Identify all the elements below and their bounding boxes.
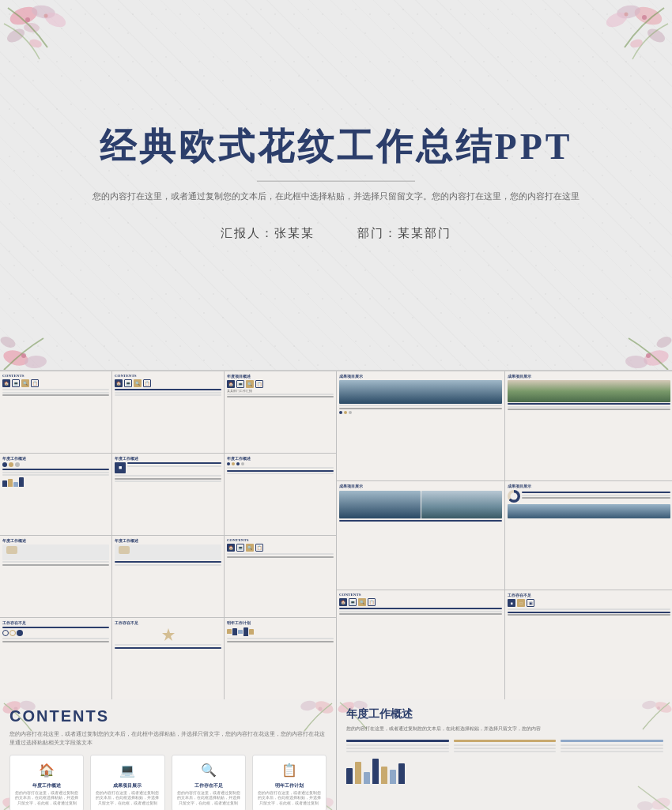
svg-point-7 xyxy=(44,14,48,18)
svg-point-17 xyxy=(0,334,17,349)
bottom-left-slide: CONTENTS 您的内容打在花这里，或者通过复制您的文本后，在此框中选择粘贴，… xyxy=(0,699,336,810)
thumb-2[interactable]: CONTENTS 🏠 💻 🔍 📋 xyxy=(112,371,224,453)
svg-point-10 xyxy=(645,26,667,45)
content-block-1 xyxy=(346,740,449,754)
bottom-right-content xyxy=(346,740,663,754)
title-slide: 经典欧式花纹工作总结PPT 您的内容打在这里，或者通过复制您的文本后，在此框中选… xyxy=(0,0,672,371)
svg-point-22 xyxy=(646,353,651,358)
floral-bottom-left xyxy=(0,307,79,370)
svg-point-6 xyxy=(25,17,30,22)
card-text-3: 您的内容打在这里，或者通过复制您的文本后，在此框选择粘贴，并选择只留文字，在此框… xyxy=(176,791,242,806)
svg-point-13 xyxy=(642,15,647,20)
svg-point-40 xyxy=(637,801,653,810)
svg-point-18 xyxy=(21,353,26,358)
reporter-line: 汇报人：张某某 部门：某某部门 xyxy=(67,225,605,240)
bar-chart xyxy=(346,759,663,784)
clipboard-icon: 📋 xyxy=(280,760,299,779)
bottom-right-body: 您的内容打在这里，或者通过复制您的文本后，在此框选择粘贴，并选择只留文字，您的内… xyxy=(346,725,663,733)
title-content: 经典欧式花纹工作总结PPT 您的内容打在这里，或者通过复制您的文本后，在此框中选… xyxy=(67,125,605,241)
thumb-4[interactable]: 年度工作概述 xyxy=(0,454,111,535)
thumb-r2[interactable]: 成果项目展示 xyxy=(505,371,672,480)
bottom-right-slide: 年度工作概述 您的内容打在这里，或者通过复制您的文本后，在此框选择粘贴，并选择只… xyxy=(337,699,672,810)
home-icon: 🏠 xyxy=(37,760,56,779)
bottom-right-title: 年度工作概述 xyxy=(346,707,663,721)
laptop-icon: 💻 xyxy=(118,760,137,779)
card-title-2: 成果项目展示 xyxy=(113,782,142,789)
thumb-5[interactable]: 年度工作概述 ■ xyxy=(112,454,224,535)
svg-point-5 xyxy=(28,38,43,49)
thumb-r3[interactable]: 成果项目展示 xyxy=(337,481,504,590)
thumb-8[interactable]: 年度工作概述 xyxy=(112,536,224,617)
thumb-r5[interactable]: CONTENTS 🏠 💻 🔍 📋 xyxy=(337,590,504,699)
page-wrapper: 经典欧式花纹工作总结PPT 您的内容打在这里，或者通过复制您的文本后，在此框中选… xyxy=(0,0,672,810)
svg-point-2 xyxy=(5,26,27,45)
icon-card-1[interactable]: 🏠 年度工作概述 您的内容打在这里，或者通过复制您的文本后，在此框选择粘贴，并选… xyxy=(9,755,84,810)
thumb-12[interactable]: 明年工作计划 xyxy=(225,618,336,699)
card-title-4: 明年工作计划 xyxy=(275,782,304,789)
reporter-name: 汇报人：张某某 xyxy=(221,226,315,239)
thumb-6[interactable]: 年度工作概述 xyxy=(225,454,336,535)
floral-top-right xyxy=(577,0,672,95)
svg-point-14 xyxy=(625,13,629,17)
floral-bottom-right xyxy=(593,307,672,370)
card-text-1: 您的内容打在这里，或者通过复制您的文本后，在此框选择粘贴，并选择只留文字，在此框… xyxy=(13,791,80,806)
icon-card-4[interactable]: 📋 明年工作计划 您的内容打在这里，或者通过复制您的文本后，在此框选择粘贴，并选… xyxy=(252,755,327,810)
svg-point-21 xyxy=(655,334,672,349)
svg-point-16 xyxy=(24,355,47,369)
floral-top-left xyxy=(0,0,95,95)
bottom-left-subtitle: 您的内容打在花这里，或者通过复制您的文本后，在此框中选择粘贴，并选择只留文字，您… xyxy=(9,730,327,747)
thumb-7[interactable]: 年度工作概述 xyxy=(0,536,111,617)
svg-point-20 xyxy=(625,355,647,369)
bottom-left-icon-row: 🏠 年度工作概述 您的内容打在这里，或者通过复制您的文本后，在此框选择粘贴，并选… xyxy=(9,755,327,810)
thumb-9[interactable]: CONTENTS 🏠 💻 🔍 📋 xyxy=(225,536,336,617)
thumbnails-grid: CONTENTS 🏠 💻 🔍 📋 CONTENTS 🏠 💻 🔍 📋 xyxy=(0,371,672,699)
card-text-2: 您的内容打在这里，或者通过复制您的文本后，在此框选择粘贴，并选择只留文字，在此框… xyxy=(94,791,160,806)
main-title: 经典欧式花纹工作总结PPT xyxy=(67,125,605,168)
icon-card-3[interactable]: 🔍 工作存在不足 您的内容打在这里，或者通过复制您的文本后，在此框选择粘贴，并选… xyxy=(172,755,246,810)
bottom-slides-row: CONTENTS 您的内容打在花这里，或者通过复制您的文本后，在此框中选择粘贴，… xyxy=(0,699,672,810)
svg-point-12 xyxy=(629,38,644,49)
right-thumb-grid: 成果项目展示 成果项目展示 成果项目展示 成果 xyxy=(337,371,672,699)
thumb-3[interactable]: 年度项目概述 🏠 💻 🔍 📋 某某部门工作汇报 xyxy=(225,371,336,453)
search-icon: 🔍 xyxy=(199,760,218,779)
content-block-3 xyxy=(561,740,663,754)
divider xyxy=(257,181,415,182)
card-title-3: 工作存在不足 xyxy=(194,782,223,789)
thumb-r6[interactable]: 工作存在不足 ■ □ ▣ xyxy=(505,590,672,699)
thumb-r4[interactable]: 成果项目展示 xyxy=(505,481,672,590)
card-text-4: 您的内容打在这里，或者通过复制您的文本后，在此框选择粘贴，并选择只留文字，在此框… xyxy=(256,791,323,806)
thumb-11[interactable]: 工作存在不足 xyxy=(112,618,224,699)
bottom-left-title: CONTENTS xyxy=(9,707,327,725)
subtitle-text: 您的内容打在这里，或者通过复制您的文本后，在此框中选择粘贴，并选择只留留文字。您… xyxy=(67,190,605,204)
content-block-2 xyxy=(454,740,557,754)
dept-name: 部门：某某部门 xyxy=(357,226,451,239)
icon-card-2[interactable]: 💻 成果项目展示 您的内容打在这里，或者通过复制您的文本后，在此框选择粘贴，并选… xyxy=(90,755,164,810)
thumb-r1[interactable]: 成果项目展示 xyxy=(337,371,504,480)
left-thumb-grid: CONTENTS 🏠 💻 🔍 📋 CONTENTS 🏠 💻 🔍 📋 xyxy=(0,371,336,699)
thumb-10[interactable]: 工作存在不足 xyxy=(0,618,111,699)
card-title-1: 年度工作概述 xyxy=(32,782,61,789)
thumb-1[interactable]: CONTENTS 🏠 💻 🔍 📋 xyxy=(0,371,111,453)
